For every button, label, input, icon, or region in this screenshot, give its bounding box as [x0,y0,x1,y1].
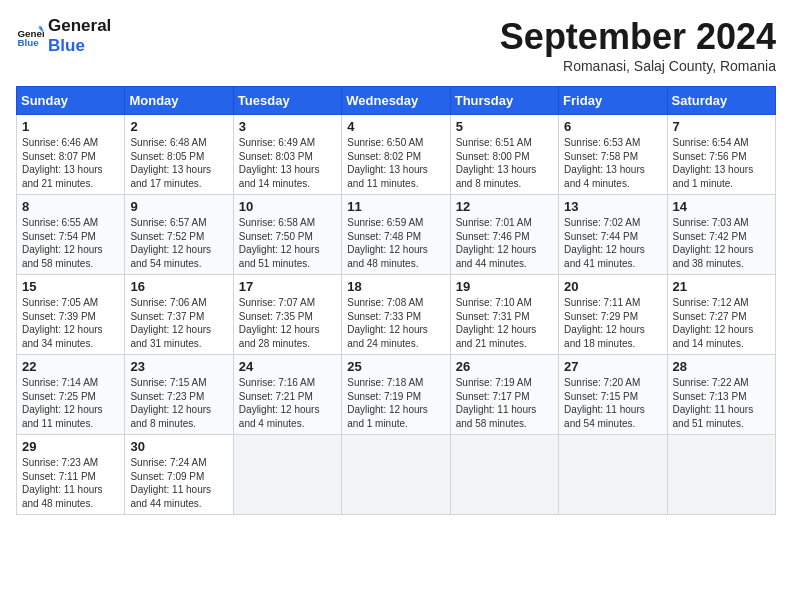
cell-info: Sunrise: 7:12 AMSunset: 7:27 PMDaylight:… [673,297,754,349]
cell-info: Sunrise: 6:51 AMSunset: 8:00 PMDaylight:… [456,137,537,189]
calendar-cell: 2 Sunrise: 6:48 AMSunset: 8:05 PMDayligh… [125,115,233,195]
cell-info: Sunrise: 6:59 AMSunset: 7:48 PMDaylight:… [347,217,428,269]
day-number: 18 [347,279,444,294]
day-number: 5 [456,119,553,134]
cell-info: Sunrise: 7:06 AMSunset: 7:37 PMDaylight:… [130,297,211,349]
calendar-cell: 26 Sunrise: 7:19 AMSunset: 7:17 PMDaylig… [450,355,558,435]
calendar-cell: 19 Sunrise: 7:10 AMSunset: 7:31 PMDaylig… [450,275,558,355]
calendar-cell [342,435,450,515]
cell-info: Sunrise: 7:05 AMSunset: 7:39 PMDaylight:… [22,297,103,349]
col-header-thursday: Thursday [450,87,558,115]
day-number: 8 [22,199,119,214]
cell-info: Sunrise: 6:53 AMSunset: 7:58 PMDaylight:… [564,137,645,189]
calendar-week-row: 1 Sunrise: 6:46 AMSunset: 8:07 PMDayligh… [17,115,776,195]
day-number: 9 [130,199,227,214]
calendar-week-row: 22 Sunrise: 7:14 AMSunset: 7:25 PMDaylig… [17,355,776,435]
calendar-cell: 11 Sunrise: 6:59 AMSunset: 7:48 PMDaylig… [342,195,450,275]
col-header-monday: Monday [125,87,233,115]
day-number: 25 [347,359,444,374]
day-number: 20 [564,279,661,294]
day-number: 3 [239,119,336,134]
col-header-saturday: Saturday [667,87,775,115]
calendar-cell: 10 Sunrise: 6:58 AMSunset: 7:50 PMDaylig… [233,195,341,275]
col-header-wednesday: Wednesday [342,87,450,115]
calendar-cell: 22 Sunrise: 7:14 AMSunset: 7:25 PMDaylig… [17,355,125,435]
day-number: 13 [564,199,661,214]
calendar-week-row: 8 Sunrise: 6:55 AMSunset: 7:54 PMDayligh… [17,195,776,275]
day-number: 16 [130,279,227,294]
calendar-cell: 24 Sunrise: 7:16 AMSunset: 7:21 PMDaylig… [233,355,341,435]
cell-info: Sunrise: 6:46 AMSunset: 8:07 PMDaylight:… [22,137,103,189]
calendar-cell: 30 Sunrise: 7:24 AMSunset: 7:09 PMDaylig… [125,435,233,515]
day-number: 2 [130,119,227,134]
calendar-cell: 13 Sunrise: 7:02 AMSunset: 7:44 PMDaylig… [559,195,667,275]
day-number: 11 [347,199,444,214]
cell-info: Sunrise: 7:18 AMSunset: 7:19 PMDaylight:… [347,377,428,429]
cell-info: Sunrise: 6:58 AMSunset: 7:50 PMDaylight:… [239,217,320,269]
location: Romanasi, Salaj County, Romania [500,58,776,74]
cell-info: Sunrise: 7:24 AMSunset: 7:09 PMDaylight:… [130,457,211,509]
calendar-cell: 18 Sunrise: 7:08 AMSunset: 7:33 PMDaylig… [342,275,450,355]
cell-info: Sunrise: 6:54 AMSunset: 7:56 PMDaylight:… [673,137,754,189]
day-number: 26 [456,359,553,374]
calendar-cell: 16 Sunrise: 7:06 AMSunset: 7:37 PMDaylig… [125,275,233,355]
day-number: 17 [239,279,336,294]
calendar-cell: 9 Sunrise: 6:57 AMSunset: 7:52 PMDayligh… [125,195,233,275]
col-header-sunday: Sunday [17,87,125,115]
calendar-cell [233,435,341,515]
day-number: 28 [673,359,770,374]
calendar-cell: 5 Sunrise: 6:51 AMSunset: 8:00 PMDayligh… [450,115,558,195]
day-number: 12 [456,199,553,214]
logo-general: General [48,16,111,36]
day-number: 1 [22,119,119,134]
day-number: 19 [456,279,553,294]
cell-info: Sunrise: 6:55 AMSunset: 7:54 PMDaylight:… [22,217,103,269]
cell-info: Sunrise: 7:16 AMSunset: 7:21 PMDaylight:… [239,377,320,429]
calendar-cell: 23 Sunrise: 7:15 AMSunset: 7:23 PMDaylig… [125,355,233,435]
cell-info: Sunrise: 7:02 AMSunset: 7:44 PMDaylight:… [564,217,645,269]
day-number: 4 [347,119,444,134]
cell-info: Sunrise: 7:10 AMSunset: 7:31 PMDaylight:… [456,297,537,349]
cell-info: Sunrise: 7:19 AMSunset: 7:17 PMDaylight:… [456,377,537,429]
day-number: 30 [130,439,227,454]
day-number: 29 [22,439,119,454]
cell-info: Sunrise: 6:57 AMSunset: 7:52 PMDaylight:… [130,217,211,269]
day-number: 15 [22,279,119,294]
calendar-week-row: 29 Sunrise: 7:23 AMSunset: 7:11 PMDaylig… [17,435,776,515]
calendar-cell: 6 Sunrise: 6:53 AMSunset: 7:58 PMDayligh… [559,115,667,195]
col-header-tuesday: Tuesday [233,87,341,115]
day-number: 22 [22,359,119,374]
calendar-week-row: 15 Sunrise: 7:05 AMSunset: 7:39 PMDaylig… [17,275,776,355]
calendar-cell: 7 Sunrise: 6:54 AMSunset: 7:56 PMDayligh… [667,115,775,195]
svg-text:Blue: Blue [17,37,39,48]
day-number: 21 [673,279,770,294]
day-number: 6 [564,119,661,134]
calendar-cell: 17 Sunrise: 7:07 AMSunset: 7:35 PMDaylig… [233,275,341,355]
calendar-cell: 14 Sunrise: 7:03 AMSunset: 7:42 PMDaylig… [667,195,775,275]
cell-info: Sunrise: 7:20 AMSunset: 7:15 PMDaylight:… [564,377,645,429]
calendar-cell [667,435,775,515]
day-number: 10 [239,199,336,214]
day-number: 14 [673,199,770,214]
month-title: September 2024 [500,16,776,58]
calendar-cell: 29 Sunrise: 7:23 AMSunset: 7:11 PMDaylig… [17,435,125,515]
day-number: 23 [130,359,227,374]
calendar-cell: 4 Sunrise: 6:50 AMSunset: 8:02 PMDayligh… [342,115,450,195]
calendar-cell: 3 Sunrise: 6:49 AMSunset: 8:03 PMDayligh… [233,115,341,195]
calendar-cell: 25 Sunrise: 7:18 AMSunset: 7:19 PMDaylig… [342,355,450,435]
day-number: 7 [673,119,770,134]
calendar-cell: 12 Sunrise: 7:01 AMSunset: 7:46 PMDaylig… [450,195,558,275]
cell-info: Sunrise: 7:15 AMSunset: 7:23 PMDaylight:… [130,377,211,429]
cell-info: Sunrise: 7:01 AMSunset: 7:46 PMDaylight:… [456,217,537,269]
calendar-cell: 20 Sunrise: 7:11 AMSunset: 7:29 PMDaylig… [559,275,667,355]
cell-info: Sunrise: 7:08 AMSunset: 7:33 PMDaylight:… [347,297,428,349]
day-number: 27 [564,359,661,374]
cell-info: Sunrise: 6:49 AMSunset: 8:03 PMDaylight:… [239,137,320,189]
cell-info: Sunrise: 7:23 AMSunset: 7:11 PMDaylight:… [22,457,103,509]
calendar-cell: 27 Sunrise: 7:20 AMSunset: 7:15 PMDaylig… [559,355,667,435]
calendar-cell [559,435,667,515]
calendar-cell: 15 Sunrise: 7:05 AMSunset: 7:39 PMDaylig… [17,275,125,355]
cell-info: Sunrise: 6:48 AMSunset: 8:05 PMDaylight:… [130,137,211,189]
calendar-cell: 1 Sunrise: 6:46 AMSunset: 8:07 PMDayligh… [17,115,125,195]
cell-info: Sunrise: 7:22 AMSunset: 7:13 PMDaylight:… [673,377,754,429]
